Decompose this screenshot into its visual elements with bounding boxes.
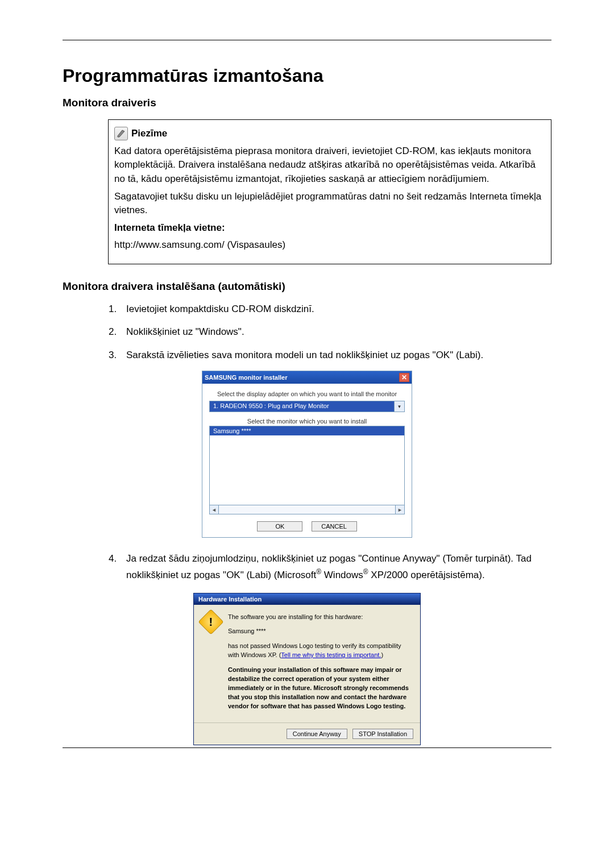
- step-4: Ja redzat šādu ziņojumlodziņu, noklikšķi…: [119, 551, 551, 582]
- installer-monitor-item[interactable]: Samsung ****: [210, 426, 404, 435]
- note-box: Piezīme Kad datora operētājsistēma piepr…: [108, 119, 551, 264]
- installer-dialog: SAMSUNG monitor installer ✕ Select the d…: [202, 371, 412, 538]
- page-title: Programmatūras izmantošana: [63, 65, 551, 86]
- installer-monitor-list[interactable]: Samsung ****: [209, 426, 405, 505]
- installer-monitor-label: Select the monitor which you want to ins…: [209, 418, 405, 425]
- stop-installation-button[interactable]: STOP Installation: [352, 729, 413, 739]
- hw-model: Samsung ****: [228, 627, 412, 636]
- section-auto-install-heading: Monitora draivera instalēšana (automātis…: [63, 280, 551, 293]
- step-2: Noklikšķiniet uz "Windows".: [119, 325, 551, 339]
- note-url-link[interactable]: http://www.samsung.com/ (Vispasaules): [114, 239, 285, 250]
- warning-icon: !: [198, 609, 223, 634]
- hw-p2b: ): [381, 651, 383, 658]
- scroll-right-icon[interactable]: ►: [395, 505, 404, 514]
- hw-p3: Continuing your installation of this sof…: [228, 666, 409, 709]
- registered-mark-2: ®: [363, 568, 368, 576]
- installer-adapter-label: Select the display adapter on which you …: [209, 391, 405, 397]
- close-icon[interactable]: ✕: [399, 373, 409, 382]
- note-paragraph-2: Sagatavojiet tukšu disku un lejupielādēj…: [114, 190, 545, 218]
- installer-adapter-value: 1. RADEON 9550 : Plug and Play Monitor: [209, 401, 395, 412]
- step-4-text-b: Windows: [321, 569, 363, 580]
- installer-titlebar: SAMSUNG monitor installer ✕: [202, 371, 412, 384]
- step-1: Ievietojiet kompaktdisku CD-ROM diskdzin…: [119, 302, 551, 317]
- step-4-text-c: XP/2000 operētājsistēma).: [368, 569, 485, 580]
- note-icon: [114, 127, 128, 140]
- continue-anyway-button[interactable]: Continue Anyway: [287, 729, 347, 739]
- note-site-label: Interneta tīmekļa vietne:: [114, 222, 225, 233]
- cancel-button[interactable]: CANCEL: [312, 521, 357, 531]
- registered-mark-1: ®: [316, 568, 321, 576]
- hw-titlebar: Hardware Installation: [194, 593, 420, 605]
- bottom-divider: [63, 747, 551, 748]
- installer-title-text: SAMSUNG monitor installer: [205, 374, 287, 381]
- top-divider: [63, 40, 551, 40]
- hardware-installation-dialog: Hardware Installation ! The software you…: [193, 593, 421, 745]
- install-steps-list-continued: Ja redzat šādu ziņojumlodziņu, noklikšķi…: [119, 551, 551, 582]
- hw-link[interactable]: Tell me why this testing is important.: [281, 651, 381, 658]
- hw-p2: has not passed Windows Logo testing to v…: [228, 642, 412, 660]
- install-steps-list: Ievietojiet kompaktdisku CD-ROM diskdzin…: [119, 302, 551, 363]
- step-3: Sarakstā izvēlieties sava monitora model…: [119, 348, 551, 363]
- scroll-track[interactable]: [219, 505, 395, 514]
- scroll-left-icon[interactable]: ◄: [210, 505, 219, 514]
- horizontal-scrollbar[interactable]: ◄ ►: [209, 505, 405, 514]
- chevron-down-icon[interactable]: ▼: [395, 401, 405, 412]
- section-monitor-driver-heading: Monitora draiveris: [63, 97, 551, 109]
- ok-button[interactable]: OK: [257, 521, 302, 531]
- hw-p1: The software you are installing for this…: [228, 613, 412, 622]
- note-label: Piezīme: [131, 127, 167, 141]
- installer-adapter-select[interactable]: 1. RADEON 9550 : Plug and Play Monitor ▼: [209, 401, 405, 412]
- note-paragraph-1: Kad datora operētājsistēma pieprasa moni…: [114, 144, 545, 186]
